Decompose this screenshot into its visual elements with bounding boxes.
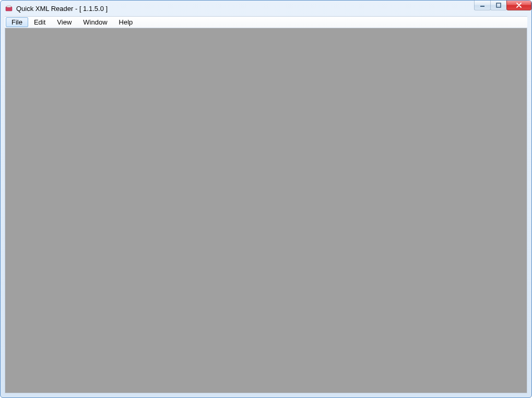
window-title: Quick XML Reader - [ 1.1.5.0 ] (16, 5, 475, 13)
titlebar[interactable]: Quick XML Reader - [ 1.1.5.0 ] (1, 1, 531, 16)
close-button[interactable] (506, 0, 531, 10)
svg-rect-3 (496, 3, 501, 7)
window-controls (475, 1, 531, 16)
svg-rect-1 (7, 6, 11, 7)
menu-edit[interactable]: Edit (28, 17, 51, 27)
minimize-button[interactable] (474, 0, 491, 10)
menu-file[interactable]: File (6, 17, 28, 27)
main-window: Quick XML Reader - [ 1.1.5.0 ] File Edit (0, 0, 532, 398)
menu-view[interactable]: View (51, 17, 77, 27)
menu-window[interactable]: Window (77, 17, 113, 27)
mdi-client-area (5, 28, 527, 393)
maximize-button[interactable] (490, 0, 507, 10)
menu-help[interactable]: Help (113, 17, 139, 27)
menubar: File Edit View Window Help (5, 16, 527, 28)
app-icon (5, 4, 13, 13)
svg-rect-2 (480, 6, 484, 7)
